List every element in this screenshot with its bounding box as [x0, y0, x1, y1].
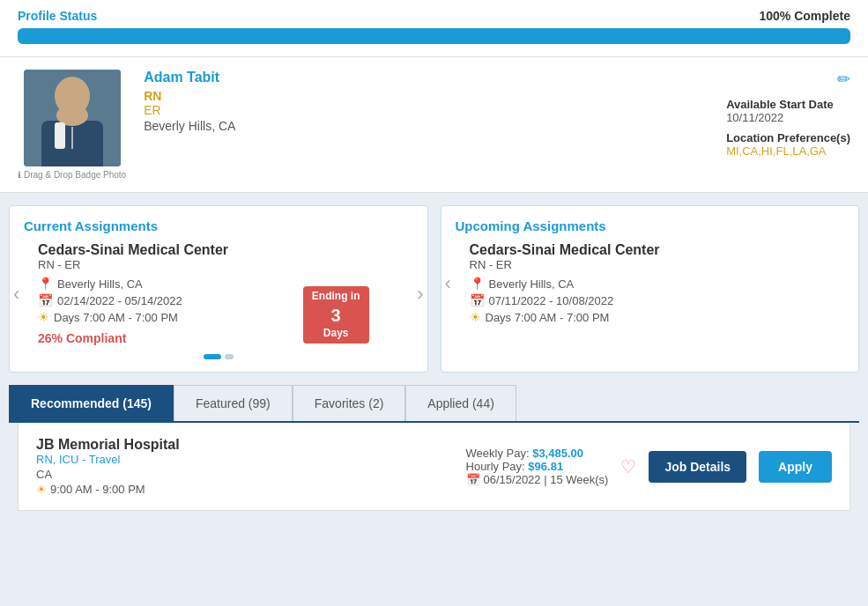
hourly-pay-row: Hourly Pay: $96.81 — [466, 460, 609, 473]
upcoming-location-detail: 📍 Beverly Hills, CA — [470, 277, 831, 291]
ending-badge-line1: Ending in — [312, 290, 360, 304]
upcoming-role: RN - ER — [470, 258, 831, 271]
current-sun-icon: ☀ — [38, 310, 49, 324]
job-shift: ☀ 9:00 AM - 9:00 PM — [36, 483, 466, 496]
profile-right-panel: ✏ Available Start Date 10/11/2022 Locati… — [726, 70, 850, 158]
profile-status-label: Profile Status — [18, 9, 97, 23]
weekly-pay-value: $3,485.00 — [532, 447, 583, 460]
job-right-panel: Weekly Pay: $3,485.00 Hourly Pay: $96.81… — [466, 447, 832, 486]
current-location: Beverly Hills, CA — [57, 277, 143, 291]
upcoming-location: Beverly Hills, CA — [489, 277, 575, 291]
job-card: JB Memorial Hospital RN, ICU - Travel CA… — [18, 423, 850, 511]
current-assignment-wrapper: ‹ Cedars-Sinai Medical Center RN - ER 📍 … — [24, 242, 413, 345]
upcoming-carousel-left-arrow[interactable]: ‹ — [445, 272, 451, 295]
apply-button[interactable]: Apply — [759, 451, 832, 483]
upcoming-shift: Days 7:00 AM - 7:00 PM — [486, 311, 610, 324]
upcoming-assignments-title: Upcoming Assignments — [456, 218, 845, 233]
upcoming-calendar-icon: 📅 — [470, 293, 485, 307]
current-dates: 02/14/2022 - 05/14/2022 — [57, 294, 182, 307]
upcoming-facility-name: Cedars-Sinai Medical Center — [470, 242, 831, 258]
available-start-date: 10/11/2022 — [726, 111, 850, 124]
progress-bar-background — [18, 28, 850, 44]
current-assignment-card: Current Assignments ‹ Cedars-Sinai Medic… — [9, 205, 428, 373]
upcoming-assignment-card: Upcoming Assignments ‹ Cedars-Sinai Medi… — [441, 205, 860, 373]
job-date-weeks: 📅 06/15/2022 | 15 Week(s) — [466, 473, 609, 486]
upcoming-dates: 07/11/2022 - 10/08/2022 — [489, 294, 614, 307]
job-sun-icon: ☀ — [36, 483, 47, 496]
ending-badge-days: 3 — [312, 304, 360, 327]
upcoming-shift-detail: ☀ Days 7:00 AM - 7:00 PM — [470, 310, 831, 324]
tab-applied[interactable]: Applied (44) — [405, 385, 516, 421]
current-shift: Days 7:00 AM - 7:00 PM — [54, 311, 178, 324]
info-icon: ℹ — [18, 170, 21, 180]
job-details-button[interactable]: Job Details — [649, 451, 746, 483]
current-calendar-icon: 📅 — [38, 293, 53, 307]
current-facility-name: Cedars-Sinai Medical Center — [38, 242, 399, 258]
edit-icon[interactable]: ✏ — [726, 70, 850, 89]
scroll-dot-2 — [225, 354, 234, 359]
assignments-section: Current Assignments ‹ Cedars-Sinai Medic… — [9, 205, 859, 373]
ending-badge-line2: Days — [312, 327, 360, 341]
location-preference-label: Location Preference(s) — [726, 131, 850, 144]
job-facility-name: JB Memorial Hospital — [36, 437, 466, 453]
current-assignments-title: Current Assignments — [24, 218, 413, 233]
current-carousel-right-arrow[interactable]: › — [417, 283, 423, 306]
upcoming-sun-icon: ☀ — [470, 310, 481, 324]
scroll-dot-1 — [204, 354, 221, 359]
current-scroll-indicator — [24, 354, 413, 359]
job-location: CA — [36, 468, 466, 481]
current-location-icon: 📍 — [38, 277, 53, 291]
drag-drop-label: ℹ Drag & Drop Badge Photo — [18, 170, 126, 180]
job-role: RN, ICU - Travel — [36, 453, 466, 466]
weekly-pay-row: Weekly Pay: $3,485.00 — [466, 447, 609, 460]
job-date-value: 06/15/2022 | 15 Week(s) — [484, 473, 609, 486]
job-shift-time: 9:00 AM - 9:00 PM — [50, 483, 145, 496]
favorite-heart-icon[interactable]: ♡ — [620, 456, 636, 477]
current-role: RN - ER — [38, 258, 399, 271]
weekly-pay-label: Weekly Pay: — [466, 447, 530, 460]
job-pay-details: Weekly Pay: $3,485.00 Hourly Pay: $96.81… — [466, 447, 609, 486]
profile-card: ℹ Drag & Drop Badge Photo Adam Tabit RN … — [0, 57, 868, 193]
progress-bar-fill — [18, 28, 850, 44]
job-calendar-icon: 📅 — [466, 473, 480, 486]
available-start-label: Available Start Date — [726, 98, 850, 111]
upcoming-location-icon: 📍 — [470, 277, 485, 291]
tab-recommended[interactable]: Recommended (145) — [9, 385, 174, 421]
location-preference-value: MI,CA,HI,FL,LA,GA — [726, 144, 850, 158]
job-body: JB Memorial Hospital RN, ICU - Travel CA… — [36, 437, 832, 496]
current-carousel-left-arrow[interactable]: ‹ — [13, 283, 19, 306]
upcoming-dates-detail: 📅 07/11/2022 - 10/08/2022 — [470, 293, 831, 307]
hourly-pay-label: Hourly Pay: — [466, 460, 525, 473]
tab-favorites[interactable]: Favorites (2) — [293, 385, 406, 421]
tabs-bar: Recommended (145) Featured (99) Favorite… — [9, 385, 859, 423]
upcoming-assignment-wrapper: ‹ Cedars-Sinai Medical Center RN - ER 📍 … — [456, 242, 845, 324]
svg-rect-4 — [55, 122, 65, 149]
tab-featured[interactable]: Featured (99) — [174, 385, 293, 421]
job-left-panel: JB Memorial Hospital RN, ICU - Travel CA… — [36, 437, 466, 496]
profile-status-section: Profile Status 100% Complete — [0, 0, 868, 57]
profile-photo — [24, 70, 121, 166]
profile-status-percent: 100% Complete — [760, 9, 850, 23]
profile-photo-wrap: ℹ Drag & Drop Badge Photo — [18, 70, 126, 180]
ending-badge: Ending in 3 Days — [303, 286, 369, 344]
hourly-pay-value: $96.81 — [528, 460, 563, 473]
tabs-section: Recommended (145) Featured (99) Favorite… — [9, 385, 859, 511]
